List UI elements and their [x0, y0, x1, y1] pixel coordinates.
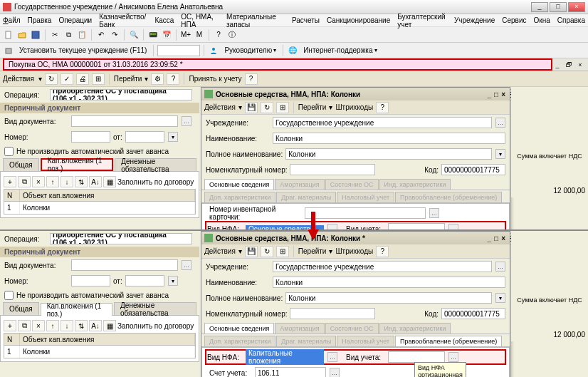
globe-icon[interactable]: 🌐: [287, 45, 298, 56]
open-icon[interactable]: [16, 29, 28, 41]
org-field-2[interactable]: Государственное учреждение: [273, 261, 492, 272]
doc-close-icon[interactable]: ×: [575, 61, 585, 69]
dlg-max-icon[interactable]: □: [494, 91, 498, 98]
calc-icon[interactable]: 📟: [147, 29, 159, 41]
inner-tab-amort-2[interactable]: Амортизация: [275, 323, 324, 334]
goto-label[interactable]: Перейти: [114, 75, 142, 83]
close-button[interactable]: ×: [568, 2, 585, 12]
nfa-pick2-icon[interactable]: …: [327, 352, 337, 362]
minimize-button[interactable]: _: [531, 2, 548, 12]
fullname-field[interactable]: Колонки: [285, 148, 492, 160]
fill-label[interactable]: Заполнить по договору: [117, 178, 194, 186]
down-icon[interactable]: ↓: [61, 176, 73, 187]
doctype-field-2[interactable]: [71, 259, 178, 271]
no-advance-checkbox-2[interactable]: [4, 291, 14, 300]
post-icon[interactable]: ✓: [61, 73, 73, 85]
tab-obligations-2[interactable]: Денежные обязательства: [114, 302, 196, 315]
doc-max-icon[interactable]: 🗗: [564, 61, 574, 69]
copy-icon[interactable]: ⧉: [63, 29, 74, 41]
invcard-field[interactable]: [305, 207, 426, 219]
dlg2-save-icon[interactable]: 💾: [245, 246, 258, 257]
maximize-button[interactable]: □: [550, 2, 567, 12]
doctype-pick-icon[interactable]: …: [182, 116, 191, 126]
add-row-icon[interactable]: +: [4, 176, 16, 187]
dlg2-struct-icon[interactable]: ⊞: [276, 246, 289, 257]
operation-field[interactable]: Приобретение ОС у поставщика (106.x1 - 3…: [50, 89, 192, 100]
operation-field-2[interactable]: Приобретение ОС у поставщика (106.x1 - 3…: [50, 233, 192, 244]
inner-tab-drag[interactable]: Драг. материалы: [276, 192, 336, 202]
inner-tab-tax[interactable]: Налоговый учет: [337, 192, 394, 202]
inner-tab-rights-2[interactable]: Правооблаление (обременение): [395, 336, 502, 346]
dlg2-min-icon[interactable]: _: [488, 234, 492, 242]
tab-investments[interactable]: Кап.вложения (1 поз.): [41, 158, 113, 171]
fullname-field-2[interactable]: Колонки: [285, 292, 492, 304]
menu-sanction[interactable]: Санкционирование: [327, 16, 390, 24]
dlg2-help-icon[interactable]: ?: [376, 246, 389, 257]
menu-windows[interactable]: Окна: [534, 16, 550, 24]
doc-tab-title[interactable]: Покупка ОС, НМА 00000001 от 31.03.2016 2…: [3, 58, 552, 71]
refresh-icon[interactable]: ↻: [45, 73, 58, 85]
inner-tab-addchar-2[interactable]: Доп. характеристики: [204, 336, 275, 346]
fill2-icon[interactable]: ▦: [103, 320, 116, 331]
menu-service[interactable]: Сервис: [502, 16, 526, 24]
down2-icon[interactable]: ↓: [61, 320, 73, 331]
menu-treasury[interactable]: Казначейство/Банк: [99, 13, 147, 29]
paste-icon[interactable]: 📋: [76, 29, 88, 41]
nfa-field-2[interactable]: Капитальные вложения: [246, 349, 324, 365]
dlg-actions[interactable]: Действия: [204, 103, 236, 111]
inner-tab-drag-2[interactable]: Драг. материалы: [276, 336, 336, 346]
ot-date-pick-icon[interactable]: ▾: [168, 132, 178, 142]
menu-calc[interactable]: Расчеты: [292, 16, 320, 24]
table-row[interactable]: 1 Колонки: [4, 202, 196, 215]
doctype-pick2-icon[interactable]: …: [182, 260, 191, 270]
dlg2-close-icon[interactable]: ×: [501, 234, 505, 242]
ot-date-field-2[interactable]: [125, 275, 164, 286]
menu-operations[interactable]: Операции: [58, 16, 92, 24]
dlg-help-icon[interactable]: ?: [376, 102, 389, 113]
no-advance-checkbox[interactable]: [4, 147, 14, 156]
nomen-field[interactable]: [290, 164, 375, 175]
info-icon[interactable]: ⓘ: [226, 29, 238, 41]
inner-tab-rights[interactable]: Правооблаление (обременение): [395, 192, 502, 202]
fill-icon[interactable]: ▦: [103, 176, 116, 187]
acct-field-2[interactable]: [388, 351, 445, 363]
cut-icon[interactable]: ✂: [49, 29, 61, 41]
dlg-goto[interactable]: Перейти: [298, 103, 327, 111]
acct-pick2-icon[interactable]: …: [448, 352, 458, 362]
sort3-icon[interactable]: ⇅: [75, 320, 88, 331]
find-icon[interactable]: 🔍: [128, 29, 140, 41]
calendar-icon[interactable]: 📅: [161, 29, 172, 41]
redo-icon[interactable]: ↷: [109, 29, 120, 41]
dlg-min-icon[interactable]: _: [488, 91, 492, 98]
sort2-icon[interactable]: A↓: [89, 176, 102, 187]
fullname-btn2-icon[interactable]: ▾: [495, 293, 505, 303]
menu-accounting[interactable]: Бухгалтерский учет: [397, 13, 447, 29]
del-row2-icon[interactable]: ×: [32, 320, 45, 331]
new-icon[interactable]: [3, 29, 14, 41]
code-field[interactable]: 00000000017775: [441, 164, 505, 175]
save-icon[interactable]: [30, 29, 41, 41]
inner-tab-addchar[interactable]: Доп. характеристики: [204, 192, 275, 202]
inner-tab-basic-2[interactable]: Основные сведения: [204, 323, 274, 334]
actions-label[interactable]: Действия: [3, 75, 34, 83]
inner-tab-basic[interactable]: Основные сведения: [204, 179, 274, 190]
del-row-icon[interactable]: ×: [32, 176, 45, 187]
nomen-field-2[interactable]: [290, 308, 375, 319]
org-pick2-icon[interactable]: …: [495, 262, 505, 272]
add-row2-icon[interactable]: +: [4, 320, 16, 331]
menu-help[interactable]: Справка: [557, 16, 585, 24]
menu-os[interactable]: ОС, НМА, НПА: [181, 13, 219, 29]
support-button[interactable]: Интернет-поддержка▾: [300, 44, 379, 57]
number-field[interactable]: [71, 131, 110, 143]
help2-icon[interactable]: ?: [167, 73, 179, 85]
name-field[interactable]: Колонки: [273, 133, 505, 144]
settings-icon[interactable]: ⚙: [151, 73, 164, 85]
dlg2-actions[interactable]: Действия: [204, 247, 236, 255]
org-pick-icon[interactable]: …: [495, 118, 505, 128]
tab-general-2[interactable]: Общая: [3, 302, 39, 315]
menu-cash[interactable]: Касса: [154, 16, 174, 24]
up-icon[interactable]: ↑: [46, 176, 59, 187]
tab-obligations[interactable]: Денежные обязательства: [115, 158, 196, 171]
tab-general[interactable]: Общая: [3, 158, 39, 171]
dlg2-goto[interactable]: Перейти: [298, 247, 327, 255]
